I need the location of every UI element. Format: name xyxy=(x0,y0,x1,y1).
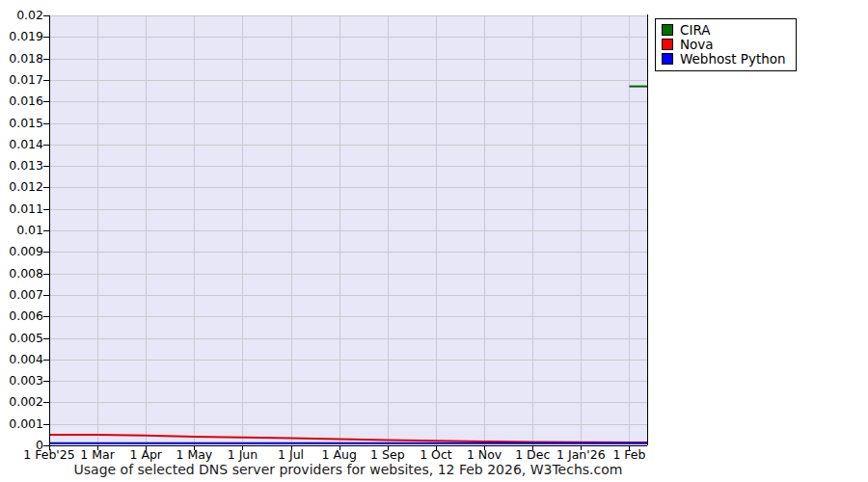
plot-area xyxy=(0,0,868,482)
y-axis-tick-label: 0.016 xyxy=(1,94,43,108)
x-axis-tick-label: 1 May xyxy=(176,448,212,462)
y-axis-tick-label: 0.01 xyxy=(1,224,43,237)
x-axis-tick-label: 1 Jun xyxy=(228,448,258,462)
y-axis-tick-label: 0.019 xyxy=(1,30,43,43)
y-axis-tick-label: 0.009 xyxy=(1,245,43,258)
y-axis-tick-label: 0.017 xyxy=(1,73,43,87)
y-axis-tick-label: 0.001 xyxy=(1,417,43,431)
dns-usage-chart: 00.0010.0020.0030.0040.0050.0060.0070.00… xyxy=(0,0,868,482)
y-axis-tick-label: 0.018 xyxy=(1,52,43,66)
x-axis-tick-label: 1 Nov xyxy=(467,448,502,462)
legend-item-nova: Nova xyxy=(662,38,786,51)
legend-color-swatch-icon xyxy=(662,39,673,50)
x-axis-tick-label: 1 Mar xyxy=(80,448,115,462)
y-axis-tick-label: 0.013 xyxy=(1,159,43,173)
y-axis-tick-label: 0.02 xyxy=(1,9,43,22)
y-axis-tick-label: 0.003 xyxy=(1,374,43,388)
legend-item-cira: CIRA xyxy=(662,23,786,37)
x-axis-tick-label: 1 Feb xyxy=(612,448,645,462)
x-axis-tick-label: 1 Oct xyxy=(420,448,452,462)
y-axis-tick-label: 0.015 xyxy=(1,117,43,130)
y-axis-tick-label: 0.007 xyxy=(1,288,43,302)
x-axis-tick-label: 1 Dec xyxy=(515,448,550,462)
legend-color-swatch-icon xyxy=(662,53,673,65)
y-axis-tick-label: 0.002 xyxy=(1,395,43,409)
x-axis-tick-label: 1 Apr xyxy=(129,448,162,462)
x-axis-tick-label: 1 Jan'26 xyxy=(556,448,606,462)
y-axis-tick-label: 0.004 xyxy=(1,353,43,366)
legend-color-swatch-icon xyxy=(662,24,673,36)
x-axis-tick-label: 1 Aug xyxy=(322,448,357,462)
chart-caption: Usage of selected DNS server providers f… xyxy=(49,462,647,477)
legend: CIRANovaWebhost Python xyxy=(655,18,797,71)
y-axis-tick-label: 0.012 xyxy=(1,180,43,194)
y-axis-tick-label: 0.014 xyxy=(1,138,43,151)
legend-label: Nova xyxy=(680,38,714,51)
x-axis-tick-label: 1 Feb'25 xyxy=(23,448,74,462)
x-axis-tick-label: 1 Sep xyxy=(370,448,405,462)
legend-label: CIRA xyxy=(680,23,710,37)
x-axis-tick-label: 1 Jul xyxy=(278,448,304,462)
y-axis-tick-label: 0.006 xyxy=(1,309,43,323)
y-axis-tick-label: 0.011 xyxy=(1,202,43,216)
legend-item-webhost-python: Webhost Python xyxy=(662,52,786,66)
y-axis-tick-label: 0.008 xyxy=(1,267,43,281)
legend-label: Webhost Python xyxy=(680,52,786,66)
y-axis-tick-label: 0.005 xyxy=(1,332,43,345)
